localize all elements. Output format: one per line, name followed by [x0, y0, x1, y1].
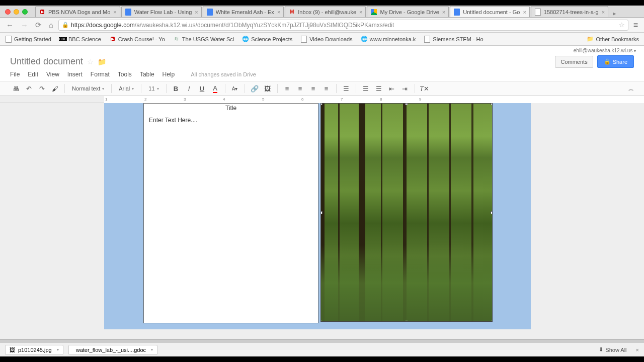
- close-icon[interactable]: ×: [359, 9, 362, 15]
- other-bookmarks[interactable]: 📁Other Bookmarks: [587, 36, 639, 42]
- close-icon[interactable]: ×: [277, 9, 280, 15]
- cell-title[interactable]: Title: [144, 104, 318, 113]
- menu-file[interactable]: File: [10, 71, 20, 78]
- bookmark-star-icon[interactable]: ☆: [619, 21, 625, 29]
- download-item[interactable]: 🖼p1010245.jpg▾: [5, 345, 63, 355]
- clear-formatting-button[interactable]: T✕: [419, 83, 430, 94]
- undo-button[interactable]: ↶: [23, 83, 34, 94]
- bookmark-item[interactable]: Getting Started: [5, 36, 51, 43]
- browser-tab[interactable]: 15802714-trees-in-a-g×: [531, 6, 608, 17]
- menu-tools[interactable]: Tools: [118, 71, 132, 78]
- comments-button[interactable]: Comments: [555, 56, 593, 68]
- link-button[interactable]: 🔗: [249, 83, 260, 94]
- url-bar[interactable]: 🔒 https://docs.google.com/a/waukesha.k12…: [58, 20, 628, 31]
- bookmark-item[interactable]: BBCBBC Science: [59, 36, 101, 43]
- chevron-down-icon[interactable]: ▾: [151, 347, 153, 352]
- indent-increase-button[interactable]: ⇥: [399, 83, 411, 94]
- menu-insert[interactable]: Insert: [67, 71, 83, 78]
- reload-button[interactable]: ⟳: [33, 20, 44, 31]
- font-size-select[interactable]: 11▾: [145, 83, 162, 94]
- home-button[interactable]: ⌂: [47, 20, 55, 30]
- cell-body[interactable]: Enter Text Here....: [144, 113, 318, 128]
- chevron-down-icon[interactable]: ▾: [57, 347, 59, 352]
- paragraph-style-select[interactable]: Normal text▾: [69, 83, 107, 94]
- back-button[interactable]: ←: [4, 20, 16, 30]
- mac-close[interactable]: [5, 9, 11, 15]
- text-color-button[interactable]: A: [210, 83, 221, 94]
- bold-button[interactable]: B: [171, 83, 182, 94]
- bookmarks-bar: Getting StartedBBCBBC Science▶Crash Cour…: [0, 33, 644, 46]
- indent-decrease-button[interactable]: ⇤: [386, 83, 397, 94]
- close-icon[interactable]: ×: [602, 9, 605, 15]
- user-email[interactable]: ehill@waukesha.k12.wi.us: [574, 48, 632, 53]
- download-icon: ⬇: [599, 346, 603, 353]
- document-title[interactable]: Untitled document: [10, 56, 83, 67]
- globe-icon: 🌐: [361, 36, 368, 43]
- menu-table[interactable]: Table: [140, 71, 154, 78]
- star-document-icon[interactable]: ☆: [87, 58, 94, 66]
- resize-handle-nw[interactable]: [320, 103, 323, 105]
- align-center-button[interactable]: ≡: [295, 83, 306, 94]
- browser-tab[interactable]: Untitled document - Go×: [450, 6, 530, 17]
- browser-tab[interactable]: White Emerald Ash - Ex×: [203, 6, 284, 17]
- close-icon[interactable]: ×: [195, 9, 198, 15]
- menu-view[interactable]: View: [46, 71, 59, 78]
- forward-button[interactable]: →: [19, 20, 30, 30]
- download-item[interactable]: water_flow_lab_-_usi....gdoc▾: [68, 345, 157, 355]
- browser-tab[interactable]: My Drive - Google Drive×: [367, 6, 449, 17]
- close-icon[interactable]: ×: [523, 9, 526, 15]
- chrome-menu-icon[interactable]: ≡: [631, 21, 640, 30]
- browser-tab[interactable]: MInbox (9) - ehill@wauke×: [285, 6, 366, 17]
- bookmark-item[interactable]: Siemens STEM - Ho: [424, 36, 483, 43]
- resize-handle-s[interactable]: [405, 320, 408, 322]
- numbered-list-button[interactable]: ☰: [360, 83, 371, 94]
- document-canvas[interactable]: Title Enter Text Here....: [0, 103, 644, 339]
- collapse-toolbar-icon[interactable]: ︽: [628, 85, 634, 93]
- inserted-image-forest[interactable]: [320, 103, 493, 322]
- bookmark-item[interactable]: 🌐Science Projects: [242, 36, 292, 43]
- tab-label: Untitled document - Go: [463, 9, 520, 15]
- close-icon[interactable]: ×: [113, 9, 116, 15]
- bookmark-item[interactable]: ▶Crash Course! - Yo: [109, 36, 165, 43]
- redo-button[interactable]: ↷: [36, 83, 47, 94]
- close-download-bar[interactable]: ×: [636, 347, 639, 353]
- font-select[interactable]: Arial▾: [116, 83, 137, 94]
- menu-help[interactable]: Help: [163, 71, 175, 78]
- menu-format[interactable]: Format: [91, 71, 110, 78]
- mac-zoom[interactable]: [22, 9, 28, 15]
- align-left-button[interactable]: ≡: [282, 83, 293, 94]
- ruler[interactable]: 123456789: [0, 96, 644, 103]
- bookmark-item[interactable]: 🌐www.minnetonka.k: [361, 36, 416, 43]
- share-button[interactable]: 🔒Share: [597, 55, 634, 68]
- new-tab-button[interactable]: ▸: [609, 10, 619, 17]
- show-all-downloads[interactable]: ⬇Show All: [599, 346, 626, 353]
- resize-handle-n[interactable]: [405, 103, 408, 105]
- resize-handle-se[interactable]: [491, 320, 493, 322]
- bullet-list-button[interactable]: ☰: [373, 83, 384, 94]
- paint-format-button[interactable]: 🖌: [49, 83, 60, 94]
- print-button[interactable]: 🖶: [10, 83, 21, 94]
- user-menu-caret-icon[interactable]: ▾: [634, 49, 636, 53]
- bookmark-item[interactable]: ≋The USGS Water Sci: [173, 36, 234, 43]
- folder-icon: 📁: [587, 36, 594, 42]
- table-cell-left[interactable]: Title Enter Text Here....: [143, 103, 318, 323]
- resize-handle-sw[interactable]: [320, 320, 323, 322]
- highlight-button[interactable]: A▾: [229, 83, 240, 94]
- save-status: All changes saved in Drive: [191, 71, 256, 77]
- resize-handle-ne[interactable]: [491, 103, 493, 105]
- mac-minimize[interactable]: [14, 9, 19, 15]
- image-button[interactable]: 🖼: [262, 83, 273, 94]
- browser-tab[interactable]: ▶PBS NOVA Dogs and Mo×: [35, 6, 120, 17]
- move-folder-icon[interactable]: 📁: [98, 58, 106, 66]
- menu-edit[interactable]: Edit: [28, 71, 38, 78]
- align-right-button[interactable]: ≡: [308, 83, 319, 94]
- line-spacing-button[interactable]: ☰: [341, 83, 352, 94]
- resize-handle-e[interactable]: [491, 211, 493, 214]
- bookmark-item[interactable]: Video Downloads: [300, 36, 352, 43]
- resize-handle-w[interactable]: [320, 211, 323, 214]
- browser-tab[interactable]: Water Flow Lab - Using×: [121, 6, 202, 17]
- align-justify-button[interactable]: ≡: [321, 83, 332, 94]
- close-icon[interactable]: ×: [442, 9, 445, 15]
- italic-button[interactable]: I: [184, 83, 195, 94]
- underline-button[interactable]: U: [197, 83, 208, 94]
